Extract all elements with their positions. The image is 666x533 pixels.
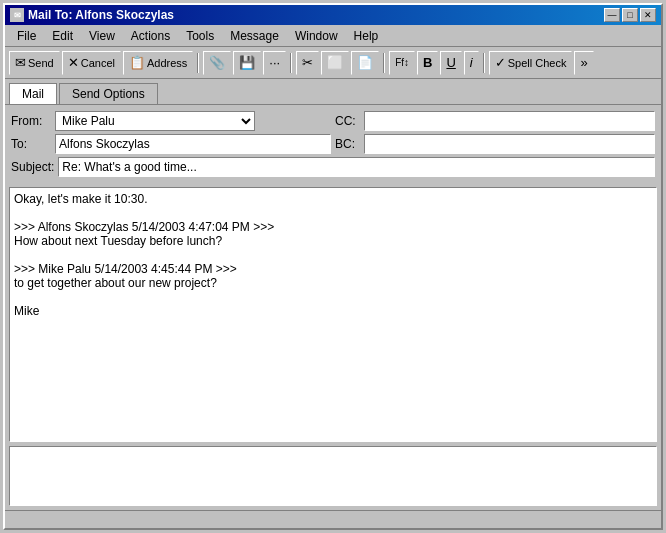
toolbar-sep1 (197, 53, 199, 73)
save-icon: 💾 (239, 55, 255, 70)
address-icon: 📋 (129, 55, 145, 70)
tab-bar: Mail Send Options (5, 79, 661, 105)
cc-input[interactable] (364, 111, 655, 131)
subject-row: Subject: (11, 157, 655, 177)
menu-actions[interactable]: Actions (123, 27, 178, 45)
cut-icon: ✂ (302, 55, 313, 70)
toolbar: ✉ Send ✕ Cancel 📋 Address 📎 💾 ··· ✂ ⬜ 📄 (5, 47, 661, 79)
minimize-button[interactable]: — (604, 8, 620, 22)
maximize-button[interactable]: □ (622, 8, 638, 22)
toolbar-sep3 (383, 53, 385, 73)
underline-icon: U (446, 55, 455, 70)
from-cc-row: From: Mike Palu CC: (11, 111, 655, 131)
address-label: Address (147, 57, 187, 69)
options-button[interactable]: ··· (263, 51, 286, 75)
subject-input[interactable] (58, 157, 655, 177)
cancel-label: Cancel (81, 57, 115, 69)
tab-send-options-label: Send Options (72, 87, 145, 101)
to-label: To: (11, 137, 51, 151)
form-area: From: Mike Palu CC: To: BC: Subject: (5, 105, 661, 183)
title-bar-left: ✉ Mail To: Alfons Skoczylas (10, 8, 174, 22)
content-area: Okay, let's make it 10:30. >>> Alfons Sk… (5, 183, 661, 510)
bc-input[interactable] (364, 134, 655, 154)
title-bar: ✉ Mail To: Alfons Skoczylas — □ ✕ (5, 5, 661, 25)
to-input[interactable] (55, 134, 331, 154)
title-controls: — □ ✕ (604, 8, 656, 22)
subject-label: Subject: (11, 160, 54, 174)
from-select[interactable]: Mike Palu (55, 111, 255, 131)
to-field-group: To: (11, 134, 331, 154)
menu-file[interactable]: File (9, 27, 44, 45)
paste-icon: 📄 (357, 55, 373, 70)
bc-label: BC: (335, 137, 360, 151)
cc-label: CC: (335, 114, 360, 128)
italic-button[interactable]: i (464, 51, 479, 75)
toolbar-sep2 (290, 53, 292, 73)
cc-field-group: CC: (335, 111, 655, 131)
attach-icon: 📎 (209, 55, 225, 70)
copy-icon: ⬜ (327, 55, 343, 70)
bold-button[interactable]: B (417, 51, 438, 75)
bc-field-group: BC: (335, 134, 655, 154)
to-bc-row: To: BC: (11, 134, 655, 154)
menu-bar: File Edit View Actions Tools Message Win… (5, 25, 661, 47)
more-button[interactable]: » (574, 51, 593, 75)
save-button[interactable]: 💾 (233, 51, 261, 75)
format-icon: Ff↕ (395, 57, 409, 68)
from-label: From: (11, 114, 51, 128)
menu-help[interactable]: Help (346, 27, 387, 45)
spellcheck-button[interactable]: ✓ Spell Check (489, 51, 573, 75)
copy-button[interactable]: ⬜ (321, 51, 349, 75)
attach-button[interactable]: 📎 (203, 51, 231, 75)
bold-icon: B (423, 55, 432, 70)
paste-button[interactable]: 📄 (351, 51, 379, 75)
tab-mail[interactable]: Mail (9, 83, 57, 104)
menu-edit[interactable]: Edit (44, 27, 81, 45)
options-icon: ··· (269, 55, 280, 70)
menu-message[interactable]: Message (222, 27, 287, 45)
send-button[interactable]: ✉ Send (9, 51, 60, 75)
tab-send-options[interactable]: Send Options (59, 83, 158, 104)
underline-button[interactable]: U (440, 51, 461, 75)
cancel-icon: ✕ (68, 55, 79, 70)
email-body[interactable]: Okay, let's make it 10:30. >>> Alfons Sk… (9, 187, 657, 442)
spellcheck-label: Spell Check (508, 57, 567, 69)
main-window: ✉ Mail To: Alfons Skoczylas — □ ✕ File E… (3, 3, 663, 530)
status-bar (5, 510, 661, 528)
cut-button[interactable]: ✂ (296, 51, 319, 75)
more-icon: » (580, 55, 587, 70)
signature-area[interactable] (9, 446, 657, 506)
menu-tools[interactable]: Tools (178, 27, 222, 45)
app-icon: ✉ (10, 8, 24, 22)
from-field-group: From: Mike Palu (11, 111, 331, 131)
menu-window[interactable]: Window (287, 27, 346, 45)
send-label: Send (28, 57, 54, 69)
italic-icon: i (470, 55, 473, 70)
close-button[interactable]: ✕ (640, 8, 656, 22)
format-button[interactable]: Ff↕ (389, 51, 415, 75)
cancel-button[interactable]: ✕ Cancel (62, 51, 121, 75)
tab-mail-label: Mail (22, 87, 44, 101)
toolbar-sep4 (483, 53, 485, 73)
send-icon: ✉ (15, 55, 26, 70)
spellcheck-icon: ✓ (495, 55, 506, 70)
menu-view[interactable]: View (81, 27, 123, 45)
window-title: Mail To: Alfons Skoczylas (28, 8, 174, 22)
address-button[interactable]: 📋 Address (123, 51, 193, 75)
